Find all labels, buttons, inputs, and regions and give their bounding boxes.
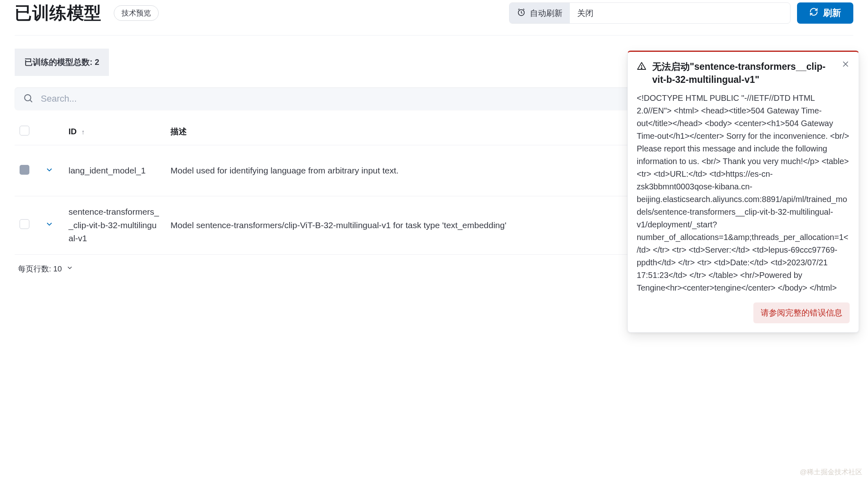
refresh-icon: [809, 7, 818, 19]
close-icon[interactable]: [841, 60, 850, 69]
error-toast-title: 无法启动"sentence-transformers__clip-vit-b-3…: [652, 60, 836, 86]
column-id[interactable]: ID ↑: [64, 118, 166, 145]
sort-asc-icon: ↑: [82, 129, 85, 136]
row-checkbox[interactable]: [20, 165, 29, 175]
warning-icon: [637, 61, 647, 72]
error-toast: 无法启动"sentence-transformers__clip-vit-b-3…: [627, 51, 859, 333]
expand-row-button[interactable]: [45, 165, 54, 174]
svg-line-2: [30, 100, 32, 102]
auto-refresh-label-cell: 自动刷新: [509, 3, 570, 23]
model-id-cell: lang_ident_model_1: [64, 145, 166, 196]
column-description[interactable]: 描述: [166, 118, 670, 145]
row-checkbox[interactable]: [20, 219, 29, 229]
select-all-checkbox[interactable]: [20, 126, 29, 136]
model-description-cell: Model sentence-transformers/clip-ViT-B-3…: [166, 196, 670, 255]
model-description-cell: Model used for identifying language from…: [166, 145, 670, 196]
error-toast-body: <!DOCTYPE HTML PUBLIC "-//IETF//DTD HTML…: [637, 92, 850, 294]
tech-preview-badge: 技术预览: [114, 5, 159, 21]
expand-row-button[interactable]: [45, 220, 54, 229]
model-id-cell: sentence-transformers__clip-vit-b-32-mul…: [64, 196, 166, 255]
svg-point-1: [24, 95, 31, 101]
auto-refresh-label: 自动刷新: [530, 8, 562, 19]
refresh-button-label: 刷新: [823, 7, 841, 19]
clock-refresh-icon: [517, 8, 526, 19]
see-full-error-button[interactable]: 请参阅完整的错误信息: [753, 302, 850, 323]
chevron-down-icon: [66, 264, 73, 273]
svg-point-4: [641, 68, 642, 69]
search-icon: [23, 93, 33, 105]
refresh-button[interactable]: 刷新: [797, 2, 853, 24]
model-count-badge: 已训练的模型总数: 2: [15, 49, 109, 76]
rows-per-page-label: 每页行数: 10: [18, 264, 62, 274]
column-select-all[interactable]: [15, 118, 40, 145]
page-title: 已训练模型: [15, 2, 102, 24]
watermark: @稀土掘金技术社区: [800, 467, 862, 477]
header-divider: [15, 35, 853, 36]
page-header: 已训练模型 技术预览 自动刷新 关闭 刷新: [15, 2, 853, 32]
auto-refresh-value[interactable]: 关闭: [570, 3, 790, 23]
auto-refresh-control[interactable]: 自动刷新 关闭: [509, 2, 790, 24]
